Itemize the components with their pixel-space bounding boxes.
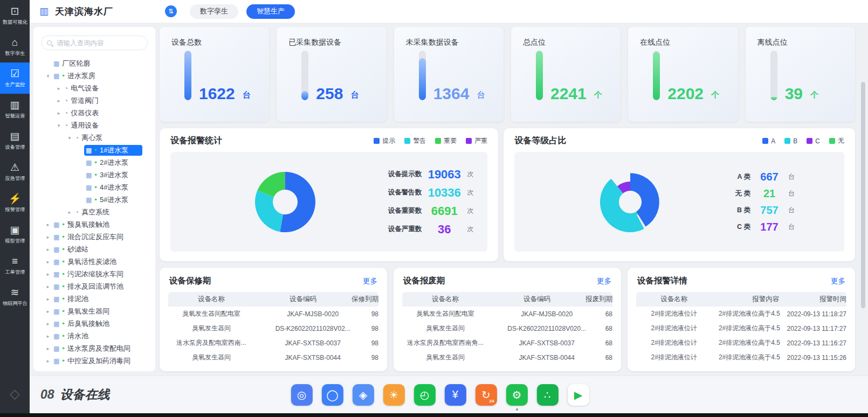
legend-item[interactable]: C — [807, 137, 820, 145]
stat-line-value: 6691 — [426, 204, 463, 218]
tree-node-icon: ◔ — [75, 209, 79, 216]
legend-item[interactable]: 重要 — [435, 136, 457, 145]
tree-node-icon: ▦ — [53, 60, 59, 67]
tree-expand-arrow[interactable]: ▸ — [44, 284, 52, 289]
tree-node-label: 1#进水泵 — [100, 145, 128, 155]
tree-node[interactable]: ▦ • 4#进水泵 — [38, 181, 151, 193]
tree-expand-arrow[interactable]: ▸ — [44, 247, 52, 252]
water-drop-icon[interactable]: ◈ — [352, 384, 374, 406]
tree-expand-arrow[interactable]: ▸ — [55, 98, 63, 103]
stat-value: 1622 — [199, 87, 235, 101]
more-link[interactable]: 更多 — [363, 276, 377, 286]
tree-node[interactable]: ▸ ▦ • 砂滤站 — [38, 243, 151, 255]
sidebar-item-icon: ⌂ — [12, 37, 18, 47]
tree-expand-arrow[interactable]: ▸ — [44, 272, 52, 277]
tree-node[interactable]: ▦ • 5#进水泵 — [38, 193, 151, 206]
stat-line-label: 无 类 — [731, 189, 750, 198]
online-dot: • — [94, 196, 97, 203]
atom-icon[interactable]: ◎ — [291, 384, 312, 406]
refresh-24-icon[interactable]: ↻ 24 — [475, 384, 497, 406]
tree-node[interactable]: ▸ ▦ • 清水池 — [38, 330, 151, 342]
plant-switch-button[interactable]: ⇅ — [165, 5, 177, 17]
tree-expand-arrow[interactable]: ▾ — [66, 135, 73, 141]
tree-node[interactable]: ▸ ▦ • 送水泵房及变配电间 — [38, 342, 151, 355]
tree-node[interactable]: ▾ ◔ 离心泵 — [38, 131, 151, 144]
tree-expand-arrow[interactable]: ▸ — [66, 210, 73, 215]
video-camera-icon[interactable]: ▶ — [567, 384, 589, 406]
tree-expand-arrow[interactable]: ▸ — [44, 296, 52, 302]
cube-icon[interactable]: ◇ — [0, 386, 30, 401]
tree-expand-arrow[interactable]: ▸ — [44, 358, 52, 364]
sidebar-item-alarm-management[interactable]: ⚡ 报警管理 — [0, 187, 30, 219]
sidebar-item-label: 智慧运营 — [5, 113, 25, 120]
tree-node[interactable]: ▸ ▦ • 排水及回流调节池 — [38, 280, 151, 293]
tree-node[interactable]: ▸ ▦ • 臭氧活性炭滤池 — [38, 255, 151, 268]
tree-node[interactable]: ▦ • 2#进水泵 — [38, 156, 151, 169]
sidebar-item-digital-twin[interactable]: ⌂ 数字孪生 — [0, 31, 30, 62]
meter-icon[interactable]: ◴ — [414, 384, 435, 406]
more-link[interactable]: 更多 — [831, 276, 845, 286]
content-area: ▦ 厂区轮廓 ▾ ▦ • 进水泵房 — [30, 23, 868, 376]
more-link[interactable]: 更多 — [597, 276, 611, 286]
tree-node[interactable]: ▸ ▦ • 后臭氧接触池 — [38, 317, 151, 330]
sidebar-item-smart-operation[interactable]: ▥ 智慧运营 — [0, 94, 30, 125]
table-cell: 2#排泥池液位计 — [636, 324, 712, 333]
device-tree-panel: ▦ 厂区轮廓 ▾ ▦ • 进水泵房 — [33, 27, 155, 371]
sidebar-item-data-visualization[interactable]: ⊡ 数据可视化 — [0, 0, 30, 31]
tree-node[interactable]: ▸ ▦ • 排泥池 — [38, 293, 151, 305]
column-header: 设备编码 — [488, 295, 585, 304]
tree-expand-arrow[interactable]: ▸ — [44, 346, 52, 351]
column-header: 设备名称 — [636, 295, 712, 304]
table-cell: 98 — [371, 325, 378, 332]
gear-icon[interactable]: ⚙ — [506, 384, 527, 406]
sidebar-item-production-monitoring[interactable]: ☑ 生产监控 — [0, 62, 30, 94]
legend-item[interactable]: 警告 — [404, 136, 426, 145]
tree-node[interactable]: ▾ ▦ • 进水泵房 — [38, 70, 151, 82]
tree-node[interactable]: ▸ ◔ 仪器仪表 — [38, 107, 151, 119]
legend-item[interactable]: A — [762, 137, 775, 145]
tree-node[interactable]: ▸ ▦ • 预臭氧接触池 — [38, 218, 151, 231]
sidebar-item-iot-platform[interactable]: ≋ 物联网平台 — [0, 281, 30, 312]
sidebar-item-label: 数字孪生 — [5, 50, 25, 57]
tree-node[interactable]: ▸ ◔ 电气设备 — [38, 82, 151, 94]
tree-node[interactable]: ▦ • 1#进水泵 — [38, 144, 151, 156]
tree-node[interactable]: ▸ ▦ • 中控室及加药消毒间 — [38, 355, 151, 367]
tree-node[interactable]: ▸ ▦ • 臭氧发生器间 — [38, 305, 151, 317]
tree-expand-arrow[interactable]: ▸ — [44, 259, 52, 265]
tree-expand-arrow[interactable]: ▸ — [55, 110, 63, 116]
tree-expand-arrow[interactable]: ▸ — [55, 86, 63, 91]
bulb-icon[interactable]: ☀ — [383, 384, 404, 406]
tree-expand-arrow[interactable]: ▸ — [44, 333, 52, 339]
smart-production-button[interactable]: 智慧生产 — [246, 4, 295, 19]
tree-node[interactable]: ▸ ▦ • 污泥浓缩脱水车间 — [38, 268, 151, 280]
search-input[interactable] — [56, 39, 142, 47]
tree-node[interactable]: ▦ • 3#进水泵 — [38, 169, 151, 181]
tree-expand-arrow[interactable]: ▸ — [44, 321, 52, 326]
tree-expand-arrow[interactable]: ▸ — [44, 222, 52, 227]
tree-expand-arrow[interactable]: ▾ — [44, 73, 52, 79]
table-title: 设备保修期 — [169, 275, 211, 287]
scrollbar-thumb[interactable] — [861, 82, 865, 308]
legend-item[interactable]: 无 — [829, 136, 844, 145]
sidebar-item-model-management[interactable]: ▣ 模型管理 — [0, 219, 30, 250]
tree-node[interactable]: ▸ ▦ • 混合沉淀反应车间 — [38, 231, 151, 243]
tree-expand-arrow[interactable]: ▸ — [44, 309, 52, 314]
online-dot: • — [62, 308, 65, 315]
tree-expand-arrow[interactable]: ▾ — [55, 123, 63, 128]
legend-item[interactable]: 提示 — [374, 136, 395, 145]
tree-node[interactable]: ▸ ◔ 管道阀门 — [38, 94, 151, 107]
team-icon[interactable]: ∴ — [536, 384, 558, 406]
tree-expand-arrow[interactable]: ▸ — [44, 234, 52, 240]
legend-item[interactable]: 严重 — [466, 136, 487, 145]
tree-node[interactable]: ▾ ◔ 通用设备 — [38, 119, 151, 131]
ring-icon[interactable]: ◯ — [321, 384, 343, 406]
digital-twin-button[interactable]: 数字孪生 — [190, 4, 238, 19]
tree-node[interactable]: ▦ 厂区轮廓 — [38, 57, 151, 70]
tree-node[interactable]: ▸ ◔ 真空系统 — [38, 206, 151, 218]
sidebar-item-emergency-management[interactable]: ⚠ 应急管理 — [0, 156, 30, 187]
legend-swatch — [807, 138, 812, 144]
yuan-icon[interactable]: ¥ — [444, 384, 466, 406]
legend-item[interactable]: B — [784, 137, 797, 145]
sidebar-item-work-order-management[interactable]: ≡ 工单管理 — [0, 250, 30, 281]
sidebar-item-equipment-management[interactable]: ▤ 设备管理 — [0, 125, 30, 156]
